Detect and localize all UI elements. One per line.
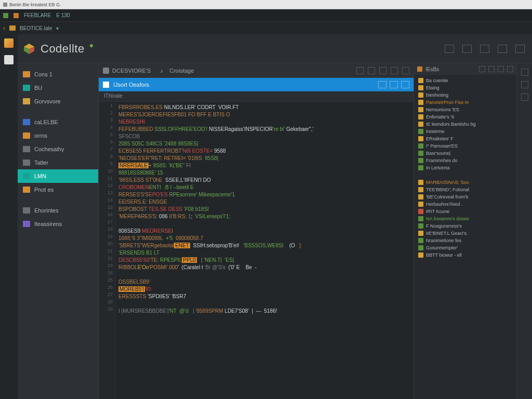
outline-item[interactable]: Ba coenite [415,77,515,84]
outline-btn-4[interactable] [507,66,513,72]
outline-item[interactable]: Herbaohvs'//eed . [415,201,515,208]
sidebar-item-7[interactable]: LMN [18,169,98,183]
outline-item[interactable]: Ireietrme [415,128,515,135]
outline-item[interactable]: ParoneirPron Fiss m [415,99,515,106]
symbol-icon [418,143,423,149]
outline-item[interactable] [415,171,515,179]
outline-item[interactable]: bieshesing [415,91,515,99]
tabbar-btn-1[interactable] [356,67,364,74]
outline-item[interactable]: Etaing [415,84,515,91]
sidebar-icon [23,221,30,227]
sidebar-item-8[interactable]: Pnot es [18,183,98,196]
outline-item[interactable]: Nensonions 'ES [415,106,515,113]
outline-item[interactable]: In Lertonna [415,164,515,171]
outline-label: BBTT biowur - ell [426,252,462,258]
panel-btn-2[interactable] [462,45,472,53]
run-icon[interactable] [3,13,8,18]
panel-btn-3[interactable] [480,45,489,53]
activity-item-1[interactable] [4,38,14,48]
dropdown-icon[interactable]: ▾ [56,25,59,31]
outline-item[interactable]: IE leendors Bantisho bg [415,121,515,128]
sidebar-label: Pnot es [34,187,54,193]
sidebar-label: Cochesaihy [34,146,64,152]
panel-btn-1[interactable] [445,45,454,53]
window-titlebar: Benin Bie kreatest EB G. [0,0,532,9]
tabbar-btn-2[interactable] [368,67,375,74]
outline-item[interactable]: 'BE'Cotreveal from'b [415,193,515,201]
outline-item[interactable]: Frammnhes do [415,157,515,164]
outline-item[interactable]: IRIT Koone [415,208,515,215]
sidebar-item-6[interactable]: Tatler [18,156,98,169]
sidebar-item-2[interactable]: Gorvsvore [18,95,98,108]
outline-label: I'' Parnosan'ES [426,143,458,149]
breadcrumb: IThloale [99,91,414,102]
sidebar-label: Iteassirens [34,221,62,227]
tab-2[interactable]: Croistage [169,68,194,74]
activebar-btn-3[interactable] [401,81,409,88]
tabbar-btn-4[interactable] [391,67,398,74]
rtool-3[interactable] [521,94,528,101]
outline-label: Etaing [426,85,440,90]
outline-item[interactable]: Gosunnempter' [415,244,515,251]
symbol-icon [418,202,423,207]
sidebar: Cons 1BUGorvsvorecaLELBEorrnsCochesaihyT… [18,63,99,399]
sidebar-icon [23,132,30,139]
activebar-btn-1[interactable] [378,81,387,88]
back-icon[interactable]: ‹ [3,24,5,32]
tab-1[interactable]: DCESVIORE'S [112,68,151,74]
activebar-btn-2[interactable] [390,81,398,88]
app-name: Codellte [41,42,85,56]
tabbar-btn-5[interactable] [402,67,409,74]
sidebar-icon [23,71,30,77]
panel-btn-5[interactable] [515,45,525,53]
outline-item[interactable]: BBTT biowur - ell [415,251,515,259]
symbol-icon [418,151,423,156]
sidebar-item-3[interactable]: caLELBE [18,115,98,129]
active-file-icon [103,82,109,88]
outline-item[interactable]: Enferiatte's '9 [415,113,515,121]
outline-item[interactable]: MARBAISINAS; Soo [415,179,515,186]
sidebar-item-5[interactable]: Cochesaihy [18,142,98,156]
outline-btn-3[interactable] [498,66,504,72]
outline-label: Gosunnempter' [426,245,458,250]
activity-item-2[interactable] [4,55,14,64]
outline-panel: IEsBs Ba coeniteEtaingbieshesingParoneir… [414,63,516,399]
outline-item[interactable]: TEE'BBND'; Fotional [415,186,515,193]
sidebar-item-4[interactable]: orrns [18,129,98,142]
toolbar-label-2: E 130 [56,12,70,18]
sidebar-item-9[interactable]: Ehorintes [18,204,98,217]
tabbar-btn-3[interactable] [379,67,387,74]
window-icon [3,3,7,7]
sidebar-icon [23,119,30,125]
code-editor[interactable]: 1234567891011121314151617181920212223242… [99,102,414,399]
outline-label: ParoneirPron Fiss m [426,100,469,105]
code-body[interactable]: FBRSRROBES.ES NILNDS.LER' CODRT VOIR.FTM… [115,102,414,399]
outline-item[interactable]: ERsakstes' F [415,135,515,142]
outline-item[interactable]: IIE'BINET.L Geaci's. [415,230,515,237]
sidebar-item-10[interactable]: Iteassirens [18,217,98,231]
outline-label: Nensonions 'ES [426,107,459,112]
project-name: BEOTICE.lale [20,25,52,31]
panel-btn-4[interactable] [498,45,507,53]
outline-btn-2[interactable] [488,66,495,72]
outline-item[interactable]: Nranimetione fes [415,237,515,244]
folder-icon[interactable] [9,25,16,31]
symbol-icon [418,129,423,134]
rtool-2[interactable] [521,81,528,88]
build-icon[interactable] [14,13,19,18]
sidebar-item-0[interactable]: Cons 1 [18,68,98,81]
symbol-icon [418,216,423,221]
rtool-1[interactable] [521,69,528,76]
outline-btn-1[interactable] [479,66,485,72]
outline-item[interactable]: NA.fowamre's dosee [415,215,515,222]
outline-item[interactable]: Basr'soune| [415,150,515,157]
sidebar-item-1[interactable]: BU [18,81,98,95]
outline-label: IE leendors Bantisho bg [426,122,476,127]
symbol-icon [418,165,423,170]
symbol-icon [418,100,423,105]
outline-item[interactable]: F Noagorarress's [415,222,515,230]
activity-bar [0,34,18,399]
outline-label: Ireietrme [426,129,445,134]
symbol-icon [418,245,423,250]
outline-item[interactable]: I'' Parnosan'ES [415,142,515,150]
